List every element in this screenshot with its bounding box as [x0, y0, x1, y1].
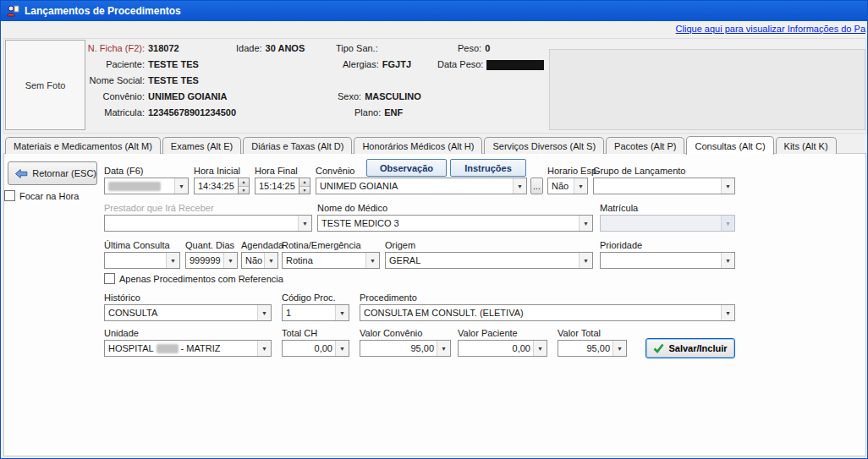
tab-servicos-diversos[interactable]: Serviços Diversos (Alt S): [484, 137, 604, 154]
valor-convenio-value: 95,00: [360, 341, 437, 356]
tab-strip: Materiais e Medicamentos (Alt M) Exames …: [5, 135, 838, 154]
alergias-label: Alergias:: [343, 59, 379, 69]
tab-honorarios-medicos[interactable]: Honorários Médicos (Alt H): [354, 137, 482, 154]
dropdown-arrow-icon[interactable]: ▼: [223, 253, 237, 268]
procedimento-label: Procedimento: [360, 292, 417, 303]
patient-age-row: Idade: 30 ANOS: [236, 43, 305, 53]
paciente-label: Paciente:: [33, 59, 145, 69]
hora-final-label: Hora Final: [255, 166, 298, 176]
apenas-referencia-label: Apenas Procedimentos com Referencia: [119, 274, 283, 284]
nome-medico-combo[interactable]: TESTE MEDICO 3 ▼: [317, 215, 593, 232]
patient-ficha-row: N. Ficha (F2): 318072: [33, 43, 179, 53]
tab-exames[interactable]: Exames (Alt E): [162, 137, 241, 154]
rotina-combo[interactable]: Rotina ▼: [282, 252, 380, 269]
spin-up-icon[interactable]: ▲: [299, 178, 310, 187]
origem-value: GERAL: [386, 253, 579, 268]
valor-paciente-value: 0,00: [459, 341, 533, 356]
patient-plan-row: Plano: ENF: [354, 107, 403, 117]
dropdown-arrow-icon[interactable]: ▼: [579, 253, 592, 268]
apenas-referencia-checkbox[interactable]: [104, 273, 115, 284]
agendada-combo[interactable]: Não ▼: [241, 252, 278, 269]
dropdown-arrow-icon[interactable]: ▼: [513, 178, 526, 194]
dropdown-arrow-icon[interactable]: ▼: [335, 341, 349, 356]
dropdown-arrow-icon[interactable]: ▼: [298, 216, 311, 231]
quant-dias-label: Quant. Dias: [185, 240, 234, 250]
codigo-proc-combo[interactable]: 1 ▼: [282, 304, 349, 321]
dropdown-arrow-icon[interactable]: ▼: [365, 253, 379, 268]
horario-esp-combo[interactable]: Não ▼: [547, 178, 588, 194]
prioridade-combo[interactable]: ▼: [600, 252, 735, 269]
dropdown-arrow-icon[interactable]: ▼: [257, 341, 271, 356]
historico-combo[interactable]: CONSULTA ▼: [104, 304, 272, 321]
focar-na-hora-checkbox[interactable]: [4, 190, 15, 201]
spin-down-icon[interactable]: ▼: [299, 187, 310, 194]
ficha-label: N. Ficha (F2):: [33, 43, 145, 53]
observacao-button[interactable]: Observação: [366, 159, 447, 177]
dropdown-arrow-icon[interactable]: ▼: [613, 341, 626, 356]
convenio-field-value: UNIMED GOIANIA: [316, 178, 513, 194]
dropdown-arrow-icon[interactable]: ▼: [721, 305, 734, 320]
quant-dias-combo[interactable]: 999999 ▼: [185, 252, 238, 269]
dropdown-arrow-icon[interactable]: ▼: [437, 341, 450, 356]
historico-label: Histórico: [104, 292, 140, 303]
hora-inicial-spinner[interactable]: 14:34:25 ▲ ▼: [194, 178, 250, 194]
convenio-label: Convênio:: [33, 91, 145, 101]
dropdown-arrow-icon[interactable]: ▼: [174, 178, 188, 194]
instrucoes-button[interactable]: Instruções: [450, 159, 526, 177]
tab-consultas[interactable]: Consultas (Alt C): [686, 136, 773, 155]
grupo-combo[interactable]: ▼: [593, 178, 735, 194]
horario-esp-label: Horario Esp.: [547, 166, 599, 176]
unidade-combo[interactable]: HOSPITAL - MATRIZ ▼: [104, 340, 272, 357]
nome-social-label: Nome Social:: [33, 75, 145, 85]
rotina-label: Rotina/Emergência: [282, 240, 361, 250]
convenio-combo[interactable]: UNIMED GOIANIA ▼: [316, 178, 527, 194]
tab-materiais-medicamentos[interactable]: Materiais e Medicamentos (Alt M): [5, 137, 161, 154]
dropdown-arrow-icon[interactable]: ▼: [579, 216, 592, 231]
total-ch-label: Total CH: [282, 328, 317, 338]
total-ch-combo[interactable]: 0,00 ▼: [282, 340, 349, 357]
procedimento-combo[interactable]: CONSULTA EM CONSULT. (ELETIVA) ▼: [360, 304, 735, 321]
tab-diarias-taxas[interactable]: Diárias e Taxas (Alt D): [243, 137, 352, 154]
prestador-label: Prestador que Irá Receber: [104, 203, 214, 213]
sexo-label: Sexo:: [338, 91, 361, 101]
app-icon: [6, 4, 19, 18]
spin-down-icon[interactable]: ▼: [239, 187, 249, 194]
grupo-label: Grupo de Lançamento: [593, 166, 685, 176]
valor-total-combo[interactable]: 95,00 ▼: [558, 340, 627, 357]
convenio-more-button[interactable]: ...: [530, 178, 543, 194]
dropdown-arrow-icon[interactable]: ▼: [257, 305, 271, 320]
dropdown-arrow-icon[interactable]: ▼: [166, 253, 179, 268]
data-peso-label: Data Peso:: [437, 59, 483, 70]
origem-combo[interactable]: GERAL ▼: [385, 252, 593, 269]
peso-value: 0: [485, 43, 490, 53]
tab-pacotes[interactable]: Pacotes (Alt P): [606, 137, 684, 154]
retornar-button[interactable]: Retornar (ESC): [8, 161, 97, 185]
total-ch-value: 0,00: [283, 341, 335, 356]
prestador-combo[interactable]: ▼: [104, 215, 312, 232]
rotina-value: Rotina: [283, 253, 365, 268]
dropdown-arrow-icon[interactable]: ▼: [335, 305, 349, 320]
dropdown-arrow-icon[interactable]: ▼: [574, 178, 587, 194]
patient-social-name-row: Nome Social: TESTE TES: [33, 75, 199, 85]
prestador-value: [105, 216, 298, 231]
data-combo[interactable]: ▼: [104, 178, 189, 194]
tab-kits[interactable]: Kits (Alt K): [776, 137, 837, 154]
dropdown-arrow-icon[interactable]: ▼: [533, 341, 547, 356]
dropdown-arrow-icon[interactable]: ▼: [721, 253, 734, 268]
spin-up-icon[interactable]: ▲: [239, 178, 249, 187]
nome-social-value: TESTE TES: [148, 75, 199, 85]
patient-info-link[interactable]: Clique aqui para visualizar Informações …: [676, 24, 865, 34]
salvar-incluir-button[interactable]: Salvar/Incluir: [646, 338, 735, 358]
dropdown-arrow-icon[interactable]: ▼: [721, 178, 734, 194]
convenio-value: UNIMED GOIANIA: [148, 91, 228, 101]
hora-final-spinner[interactable]: 15:14:25 ▲ ▼: [255, 178, 310, 194]
patient-insurance-row: Convênio: UNIMED GOIANIA: [33, 91, 228, 101]
valor-convenio-combo[interactable]: 95,00 ▼: [360, 340, 451, 357]
dropdown-arrow-icon[interactable]: ▼: [264, 253, 277, 268]
valor-total-label: Valor Total: [558, 328, 601, 338]
idade-label: Idade:: [236, 43, 262, 53]
redacted-value: [157, 344, 179, 353]
valor-paciente-combo[interactable]: 0,00 ▼: [458, 340, 547, 357]
ultima-consulta-combo[interactable]: ▼: [104, 252, 180, 269]
patient-sex-row: Sexo: MASCULINO: [338, 91, 421, 101]
